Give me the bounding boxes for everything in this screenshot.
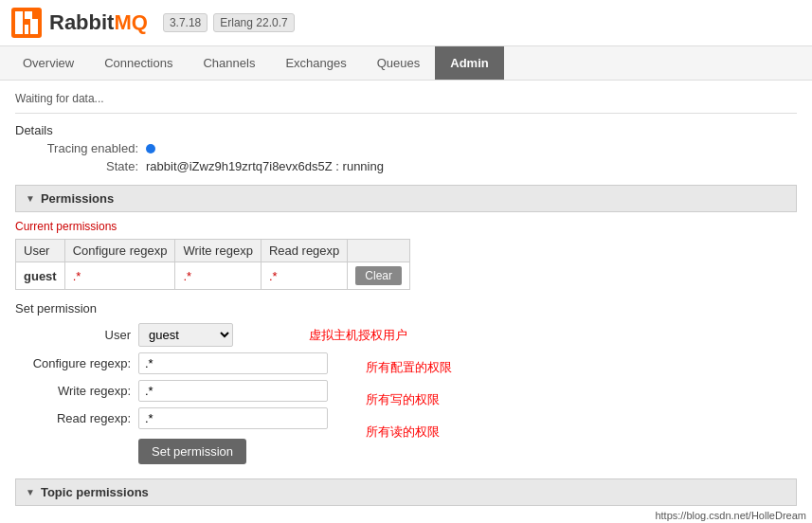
tracing-label: Tracing enabled: <box>23 141 146 155</box>
erlang-badge: Erlang 22.0.7 <box>213 13 294 32</box>
app-header: RabbitMQ 3.7.18 Erlang 22.0.7 <box>0 0 812 46</box>
state-value: rabbit@iZwz9h19zrtq7i8evx6ds5Z : running <box>146 159 384 173</box>
logo-text: RabbitMQ <box>49 10 148 35</box>
svg-rect-3 <box>25 11 32 19</box>
user-form-label: User <box>15 328 138 342</box>
table-header-row: User Configure regexp Write regexp Read … <box>16 240 410 262</box>
tracing-dot <box>146 144 155 153</box>
set-permission-title: Set permission <box>15 301 797 316</box>
write-cell: .* <box>175 262 261 290</box>
user-select[interactable]: guest <box>138 323 233 347</box>
svg-rect-5 <box>25 25 28 34</box>
set-permission-form: 虚拟主机授权用户 所有配置的权限 所有写的权限 所有读的权限 User gues… <box>15 323 797 464</box>
read-form-label: Read regexp: <box>15 411 138 425</box>
main-nav: Overview Connections Channels Exchanges … <box>0 46 812 81</box>
configure-form-label: Configure regexp: <box>15 356 138 370</box>
col-configure: Configure regexp <box>64 240 175 262</box>
rabbitmq-logo-icon <box>11 8 42 38</box>
topic-chevron-icon: ▼ <box>26 487 35 497</box>
tracing-row: Tracing enabled: <box>23 141 797 155</box>
permissions-table: User Configure regexp Write regexp Read … <box>15 239 410 290</box>
state-label: State: <box>23 159 146 173</box>
nav-connections[interactable]: Connections <box>89 46 188 80</box>
topic-permissions-title: Topic permissions <box>41 485 149 499</box>
read-cell: .* <box>261 262 347 290</box>
col-actions <box>348 240 410 262</box>
nav-admin[interactable]: Admin <box>435 46 503 80</box>
read-input[interactable] <box>138 407 328 429</box>
nav-queues[interactable]: Queues <box>362 46 436 80</box>
topic-permissions-header[interactable]: ▼ Topic permissions <box>15 478 797 506</box>
current-permissions-title: Current permissions <box>15 220 797 233</box>
write-form-label: Write regexp: <box>15 384 138 398</box>
permissions-title: Permissions <box>41 191 114 206</box>
set-permission-button[interactable]: Set permission <box>138 439 246 464</box>
waiting-text: Waiting for data... <box>15 88 797 109</box>
nav-channels[interactable]: Channels <box>188 46 270 80</box>
write-input[interactable] <box>138 380 328 402</box>
permissions-section-header[interactable]: ▼ Permissions <box>15 185 797 212</box>
details-title: Details <box>15 117 797 141</box>
details-table: Tracing enabled: State: rabbit@iZwz9h19z… <box>23 141 797 173</box>
col-write: Write regexp <box>175 240 261 262</box>
chevron-icon: ▼ <box>26 193 35 204</box>
main-content: Waiting for data... Details Tracing enab… <box>0 81 812 514</box>
actions-cell: Clear <box>348 262 410 290</box>
version-badge: 3.7.18 <box>163 13 208 32</box>
url-bar: https://blog.csdn.net/HolleDream <box>649 508 812 514</box>
nav-overview[interactable]: Overview <box>8 46 89 80</box>
configure-input[interactable] <box>138 352 328 374</box>
nav-exchanges[interactable]: Exchanges <box>270 46 361 80</box>
svg-rect-1 <box>15 19 23 34</box>
col-user: User <box>16 240 65 262</box>
svg-rect-2 <box>15 11 23 19</box>
annotation-virtual-host-user: 虚拟主机授权用户 <box>309 327 407 344</box>
configure-cell: .* <box>64 262 175 290</box>
annotation-all-write: 所有写的权限 <box>366 391 440 408</box>
col-read: Read regexp <box>261 240 347 262</box>
user-cell: guest <box>16 262 65 290</box>
annotation-all-read: 所有读的权限 <box>366 424 440 441</box>
svg-rect-4 <box>30 19 38 34</box>
logo: RabbitMQ <box>11 8 148 38</box>
state-row: State: rabbit@iZwz9h19zrtq7i8evx6ds5Z : … <box>23 159 797 173</box>
clear-button[interactable]: Clear <box>355 266 402 285</box>
annotation-all-configure: 所有配置的权限 <box>366 359 452 376</box>
table-row: guest .* .* .* Clear <box>16 262 410 290</box>
